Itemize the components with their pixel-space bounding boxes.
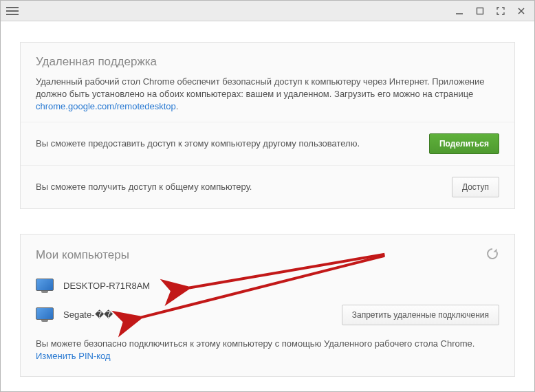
my-computers-header: Мои компьютеры — [21, 235, 514, 273]
app-window: Удаленная поддержка Удаленный рабочий ст… — [0, 0, 535, 392]
desc-text-end: . — [176, 101, 179, 111]
refresh-icon[interactable] — [485, 247, 499, 263]
remote-support-panel: Удаленная поддержка Удаленный рабочий ст… — [20, 42, 515, 209]
remote-support-header: Удаленная поддержка Удаленный рабочий ст… — [21, 43, 514, 122]
my-computers-footer: Вы можете безопасно подключиться к этому… — [21, 331, 514, 376]
titlebar — [1, 1, 534, 21]
remote-desktop-link[interactable]: chrome.google.com/remotedesktop — [36, 101, 176, 111]
my-computers-panel: Мои компьютеры DESKTOP-R71R8AM — [20, 234, 515, 377]
desc-text: Удаленный рабочий стол Chrome обеспечит … — [36, 76, 485, 99]
share-text: Вы сможете предоставить доступ к этому к… — [36, 138, 421, 149]
change-pin-link[interactable]: Изменить PIN-код — [36, 351, 111, 361]
share-button[interactable]: Поделиться — [429, 133, 499, 154]
access-text: Вы сможете получить доступ к общему комп… — [36, 182, 444, 192]
window-controls — [449, 1, 532, 21]
computer-name: DESKTOP-R71R8AM — [63, 281, 150, 291]
minimize-button[interactable] — [449, 1, 470, 21]
computer-name: Segate-�� — [63, 309, 113, 320]
menu-icon[interactable] — [6, 5, 19, 17]
share-row: Вы сможете предоставить доступ к этому к… — [21, 122, 514, 165]
access-row: Вы сможете получить доступ к общему комп… — [21, 165, 514, 208]
maximize-button[interactable] — [470, 1, 490, 21]
svg-rect-1 — [477, 8, 483, 14]
my-computers-title: Мои компьютеры — [36, 248, 129, 262]
computer-row[interactable]: DESKTOP-R71R8AM — [21, 273, 514, 299]
close-button[interactable] — [511, 1, 532, 21]
content-area: Удаленная поддержка Удаленный рабочий ст… — [1, 21, 534, 391]
disable-remote-button[interactable]: Запретить удаленные подключения — [342, 305, 499, 325]
monitor-icon — [36, 279, 54, 294]
computer-row[interactable]: Segate-�� Запретить удаленные подключени… — [21, 299, 514, 331]
access-button[interactable]: Доступ — [452, 177, 499, 197]
footer-text: Вы можете безопасно подключиться к этому… — [36, 338, 474, 349]
fullscreen-button[interactable] — [490, 1, 511, 21]
remote-support-description: Удаленный рабочий стол Chrome обеспечит … — [36, 76, 499, 113]
remote-support-title: Удаленная поддержка — [36, 55, 499, 69]
monitor-icon — [36, 307, 54, 323]
